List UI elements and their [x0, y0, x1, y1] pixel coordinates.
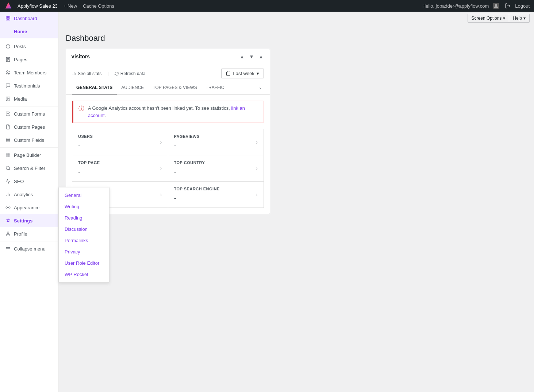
svg-point-16: [7, 98, 8, 98]
topbar-hello-text: Hello, jobadder@applyflow.com: [422, 3, 489, 9]
settings-submenu-general[interactable]: General: [59, 190, 109, 201]
svg-line-25: [9, 169, 10, 170]
stat-label-top-page: TOP PAGE: [78, 160, 100, 165]
sidebar-item-appearance[interactable]: Appearance: [0, 201, 58, 214]
applyflow-logo: [4, 1, 15, 11]
sidebar-label-appearance: Appearance: [14, 205, 39, 210]
settings-submenu-discussion[interactable]: Discussion: [59, 224, 109, 235]
sidebar-item-custom-fields[interactable]: Custom Fields: [0, 133, 58, 147]
sidebar-label-analytics: Analytics: [14, 192, 33, 197]
widget-controls: ▲ ▼ ▲: [238, 53, 265, 60]
sidebar-label-home: Home: [14, 29, 27, 34]
sidebar-item-pages[interactable]: Pages: [0, 53, 58, 66]
settings-submenu-user-role-editor[interactable]: User Role Editor: [59, 257, 109, 269]
widget-header: Visitors ▲ ▼ ▲: [66, 49, 270, 64]
search-filter-icon: [5, 165, 11, 171]
widget-up-button[interactable]: ▲: [238, 53, 246, 60]
svg-rect-5: [6, 19, 8, 20]
stats-tabs: GENERAL STATS AUDIENCE TOP PAGES & VIEWS…: [66, 81, 270, 95]
sidebar-item-seo[interactable]: SEO: [0, 175, 58, 188]
stat-label-pageviews: PAGEVIEWS: [174, 134, 200, 139]
sidebar-label-settings: Settings: [14, 218, 32, 224]
stat-card-users[interactable]: USERS - ›: [72, 129, 168, 155]
svg-point-1: [495, 4, 497, 6]
sidebar-label-testimonials: Testimonials: [14, 83, 40, 89]
widget-hide-button[interactable]: ▲: [257, 53, 265, 60]
stat-arrow-referral: ›: [160, 191, 162, 198]
svg-point-24: [6, 166, 9, 170]
svg-rect-3: [6, 16, 8, 18]
collapse-icon: [5, 246, 11, 252]
date-range-button[interactable]: Last week ▾: [221, 69, 264, 78]
sidebar-item-dashboard[interactable]: Dashboard: [0, 12, 58, 25]
alert-icon: ⓘ: [78, 105, 84, 113]
sidebar-label-custom-forms: Custom Forms: [14, 111, 45, 117]
cache-options-button[interactable]: Cache Options: [83, 3, 114, 9]
analytics-icon: [5, 191, 11, 197]
custom-forms-icon: [5, 111, 11, 117]
settings-submenu-writing[interactable]: Writing: [59, 201, 109, 212]
sidebar-label-posts: Posts: [14, 44, 26, 49]
sidebar-item-media[interactable]: Media: [0, 92, 58, 105]
screen-options-button[interactable]: Screen Options ▾: [468, 14, 510, 23]
sidebar-label-media: Media: [14, 96, 27, 102]
tabs-more-button[interactable]: ›: [257, 82, 264, 94]
sidebar-label-pages: Pages: [14, 57, 27, 62]
tab-general-stats[interactable]: GENERAL STATS: [72, 81, 117, 94]
help-button[interactable]: Help ▾: [509, 14, 530, 23]
settings-submenu-wp-rocket[interactable]: WP Rocket: [59, 269, 109, 280]
svg-rect-20: [6, 153, 8, 155]
sidebar-item-team-members[interactable]: Team Members: [0, 66, 58, 79]
svg-rect-19: [6, 141, 10, 142]
sidebar-label-profile: Profile: [14, 231, 27, 237]
stat-card-top-page[interactable]: TOP PAGE - ›: [72, 155, 168, 181]
posts-icon: [5, 43, 11, 49]
link-account-link[interactable]: link an account: [88, 105, 245, 118]
sidebar-item-analytics[interactable]: Analytics: [0, 188, 58, 201]
settings-submenu-privacy[interactable]: Privacy: [59, 246, 109, 257]
topbar-right: Hello, jobadder@applyflow.com Logout: [422, 1, 530, 10]
sidebar-item-testimonials[interactable]: Testimonials: [0, 79, 58, 92]
widget-toolbar: See all stats | Refresh data Last week ▾: [66, 64, 270, 81]
tab-top-pages[interactable]: TOP PAGES & VIEWS: [148, 81, 201, 94]
sidebar-label-search-filter: Search & Filter: [14, 166, 45, 171]
stat-label-top-search-engine: TOP SEARCH ENGINE: [174, 187, 220, 191]
stat-label-users: USERS: [78, 134, 93, 139]
tab-audience[interactable]: AUDIENCE: [117, 81, 148, 94]
new-button[interactable]: + New: [64, 3, 77, 9]
sidebar-item-custom-pages[interactable]: Custom Pages: [0, 120, 58, 133]
tab-traffic[interactable]: TRAFFIC: [201, 81, 229, 94]
sidebar-item-settings[interactable]: Settings: [0, 214, 58, 227]
sidebar-item-posts[interactable]: Posts: [0, 40, 58, 53]
user-avatar-icon[interactable]: [492, 1, 500, 10]
profile-icon: [5, 231, 11, 237]
stat-card-pageviews[interactable]: PAGEVIEWS - ›: [168, 129, 264, 155]
svg-point-14: [7, 71, 8, 73]
refresh-data-link[interactable]: Refresh data: [115, 71, 146, 76]
stat-arrow-users: ›: [160, 139, 162, 145]
stat-card-top-search-engine[interactable]: TOP SEARCH ENGINE - ›: [168, 182, 264, 207]
svg-rect-18: [6, 140, 10, 141]
stat-value-users: -: [78, 141, 93, 150]
sidebar-item-home[interactable]: Home: [0, 25, 58, 38]
svg-rect-23: [8, 155, 10, 157]
logout-icon[interactable]: [503, 1, 512, 10]
custom-fields-icon: [5, 137, 11, 143]
stat-card-top-country[interactable]: TOP COUNTRY - ›: [168, 155, 264, 181]
page-title: Dashboard: [66, 34, 527, 43]
logout-button[interactable]: Logout: [515, 3, 530, 9]
sidebar-item-profile[interactable]: Profile: [0, 227, 58, 240]
sidebar-label-custom-fields: Custom Fields: [14, 137, 44, 143]
sidebar-item-collapse[interactable]: Collapse menu: [0, 242, 58, 255]
see-all-stats-link[interactable]: See all stats: [72, 71, 101, 76]
svg-rect-4: [8, 16, 10, 18]
screen-options-bar: Screen Options ▾ Help ▾: [463, 12, 534, 25]
sidebar-item-page-builder[interactable]: Page Builder: [0, 148, 58, 162]
sidebar-item-custom-forms[interactable]: Custom Forms: [0, 107, 58, 120]
settings-submenu-permalinks[interactable]: Permalinks: [59, 235, 109, 246]
sidebar-item-search-filter[interactable]: Search & Filter: [0, 162, 58, 175]
sidebar-label-dashboard: Dashboard: [14, 16, 37, 21]
settings-submenu-reading[interactable]: Reading: [59, 212, 109, 224]
widget-down-button[interactable]: ▼: [248, 53, 255, 60]
widget-toolbar-left: See all stats | Refresh data: [72, 71, 145, 76]
